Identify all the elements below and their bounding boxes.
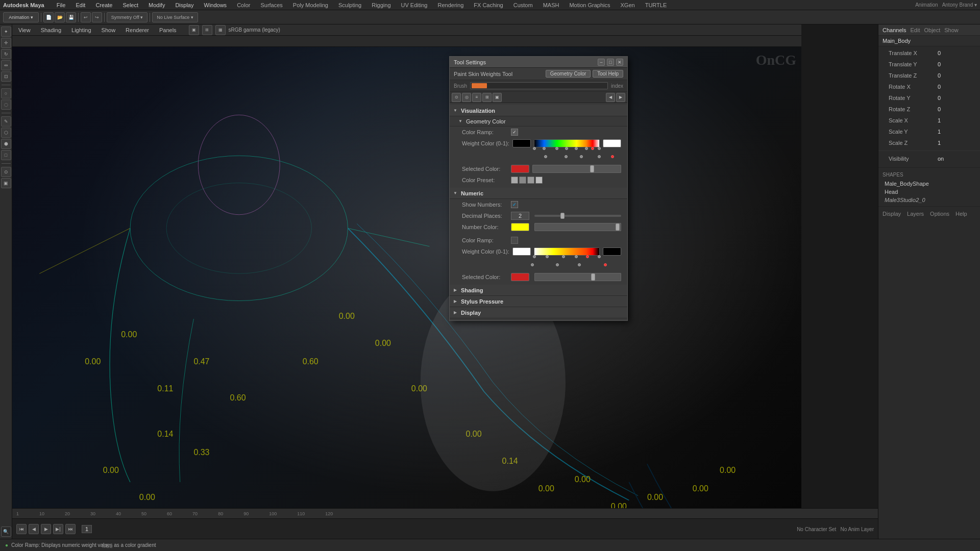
next-frame-btn[interactable]: ▶|	[53, 524, 63, 534]
rotate-tool-btn[interactable]: ↻	[1, 49, 11, 59]
menu-file[interactable]: File	[55, 2, 68, 8]
play-btn[interactable]: ▶	[41, 524, 51, 534]
geo-sub-tick-3[interactable]	[580, 155, 583, 158]
decimal-places-slider[interactable]	[534, 215, 621, 217]
num-sub-tick-2[interactable]	[556, 263, 559, 266]
menu-uv-editing[interactable]: UV Editing	[399, 2, 430, 8]
move-tool-btn[interactable]: ✛	[1, 38, 11, 48]
menu-turtle[interactable]: TURTLE	[643, 2, 669, 8]
shading-tab[interactable]: Shading	[39, 26, 63, 34]
geo-ramp-tick-3[interactable]	[565, 147, 568, 150]
geo-weight-start-swatch[interactable]	[512, 139, 531, 147]
stylus-section-header[interactable]: ▶ Stylus Pressure	[450, 296, 627, 307]
menu-windows[interactable]: Windows	[202, 2, 229, 8]
menu-xgen[interactable]: XGen	[619, 2, 637, 8]
tab-icon-7[interactable]: ▶	[616, 93, 625, 102]
geo-sub-tick-red[interactable]	[611, 155, 614, 158]
menu-display[interactable]: Display	[173, 2, 195, 8]
frame-display[interactable]: 1	[82, 525, 92, 533]
visualization-section-header[interactable]: ▼ Visualization	[450, 105, 627, 116]
help-tab-right[interactable]: Help	[955, 211, 967, 217]
render-btn[interactable]: ▣	[1, 178, 11, 188]
menu-rigging[interactable]: Rigging	[370, 2, 393, 8]
renderer-tab[interactable]: Renderer	[124, 26, 151, 34]
decimal-places-input[interactable]	[511, 212, 529, 220]
panel-minimize-btn[interactable]: –	[598, 59, 605, 66]
prev-key-btn[interactable]: ⏮	[16, 524, 27, 534]
lighting-tab[interactable]: Lighting	[69, 26, 93, 34]
panel-titlebar[interactable]: Tool Settings – □ ✕	[450, 57, 627, 68]
shape-item-1[interactable]: Male_BodyShape	[883, 180, 976, 188]
geo-selected-color-swatch[interactable]	[511, 165, 529, 173]
next-key-btn[interactable]: ⏭	[65, 524, 76, 534]
num-ramp-tick-0[interactable]	[533, 255, 536, 258]
num-color-ramp-checkbox[interactable]	[511, 237, 518, 244]
num-selected-color-slider[interactable]	[534, 273, 621, 281]
geo-sub-tick-4[interactable]	[598, 155, 601, 158]
menu-custom[interactable]: Custom	[511, 2, 535, 8]
num-color-ramp-bar[interactable]	[534, 247, 600, 256]
geometry-color-header[interactable]: ▼ Geometry Color	[450, 116, 627, 127]
menu-edit[interactable]: Edit	[74, 2, 87, 8]
geo-selected-slider-thumb[interactable]	[590, 165, 594, 172]
camera-btn[interactable]: ⊙	[1, 167, 11, 177]
num-weight-end-swatch[interactable]	[603, 247, 621, 256]
display-tab-right[interactable]: Display	[883, 211, 901, 217]
menu-motion-graphics[interactable]: Motion Graphics	[567, 2, 612, 8]
menu-rendering[interactable]: Rendering	[436, 2, 466, 8]
options-tab-right[interactable]: Options	[930, 211, 949, 217]
tab-icon-2[interactable]: ◎	[462, 93, 471, 102]
geo-color-ramp-bar[interactable]	[534, 139, 600, 147]
menu-assets[interactable]: Color	[235, 2, 252, 8]
search-btn[interactable]: 🔍	[1, 527, 11, 537]
tab-icon-1[interactable]: ⊙	[452, 93, 461, 102]
paint-btn[interactable]: ✎	[1, 116, 11, 127]
vp-icon-2[interactable]: ⊞	[202, 25, 212, 35]
num-ramp-tick-1[interactable]	[546, 255, 549, 258]
num-sub-tick-red[interactable]	[604, 263, 607, 266]
num-sub-tick-0[interactable]	[531, 263, 534, 266]
geo-ramp-tick-7[interactable]	[598, 147, 601, 150]
menu-mash[interactable]: MASH	[541, 2, 561, 8]
shape-item-2[interactable]: Head	[883, 188, 976, 196]
geo-ramp-tick-0[interactable]	[533, 147, 536, 150]
num-ramp-tick-5[interactable]	[598, 255, 601, 258]
preset-swatch-4[interactable]	[535, 177, 543, 184]
vp-icon-3[interactable]: ▦	[215, 25, 226, 35]
tab-icon-3[interactable]: ≡	[472, 93, 481, 102]
animation-menu-btn[interactable]: Animation ▾	[3, 12, 39, 22]
symmetry-btn[interactable]: Symmetry Off ▾	[107, 12, 148, 22]
tool-help-btn[interactable]: Tool Help	[593, 70, 623, 78]
num-ramp-tick-4-red[interactable]	[586, 255, 589, 258]
sculpt-btn[interactable]: ⬡	[1, 128, 11, 138]
tab-icon-6[interactable]: ◀	[606, 93, 615, 102]
scale-tool-btn[interactable]: ⇔	[1, 60, 11, 70]
object-tab[interactable]: Object	[924, 27, 940, 33]
new-scene-btn[interactable]: 📄	[43, 12, 54, 22]
geo-selected-color-slider[interactable]	[532, 165, 621, 173]
menu-sculpting[interactable]: Sculpting	[336, 2, 363, 8]
retopo-btn[interactable]: ⬢	[1, 139, 11, 149]
menu-select[interactable]: Select	[120, 2, 140, 8]
geo-ramp-tick-2[interactable]	[555, 147, 558, 150]
menu-create[interactable]: Create	[93, 2, 114, 8]
shading-section-header[interactable]: ▶ Shading	[450, 285, 627, 296]
layers-tab-right[interactable]: Layers	[907, 211, 924, 217]
viewport[interactable]: 0.00 0.00 0.11 0.47 0.60 0.14 0.33 0.60 …	[12, 47, 801, 539]
preset-swatch-3[interactable]	[527, 177, 534, 184]
select-tool-btn[interactable]: ✦	[1, 27, 11, 37]
geo-ramp-tick-6-selected[interactable]	[591, 147, 594, 150]
show-numbers-checkbox[interactable]: ✓	[511, 201, 518, 208]
tab-icon-5[interactable]: ▣	[493, 93, 502, 102]
save-btn[interactable]: 💾	[66, 12, 76, 22]
transform-tool-btn[interactable]: ⊡	[1, 71, 11, 82]
soft-select-btn[interactable]: ○	[1, 88, 11, 98]
prev-frame-btn[interactable]: ◀	[29, 524, 39, 534]
geo-ramp-tick-4[interactable]	[575, 147, 578, 150]
shape-item-3[interactable]: Male3Studio2_0	[883, 196, 976, 204]
reset-tool-btn[interactable]: Geometry Color	[546, 70, 591, 78]
undo-btn[interactable]: ↩	[81, 12, 91, 22]
panels-tab[interactable]: Panels	[157, 26, 179, 34]
menu-poly-modeling[interactable]: Poly Modeling	[291, 2, 330, 8]
tab-icon-4[interactable]: ⊞	[482, 93, 492, 102]
